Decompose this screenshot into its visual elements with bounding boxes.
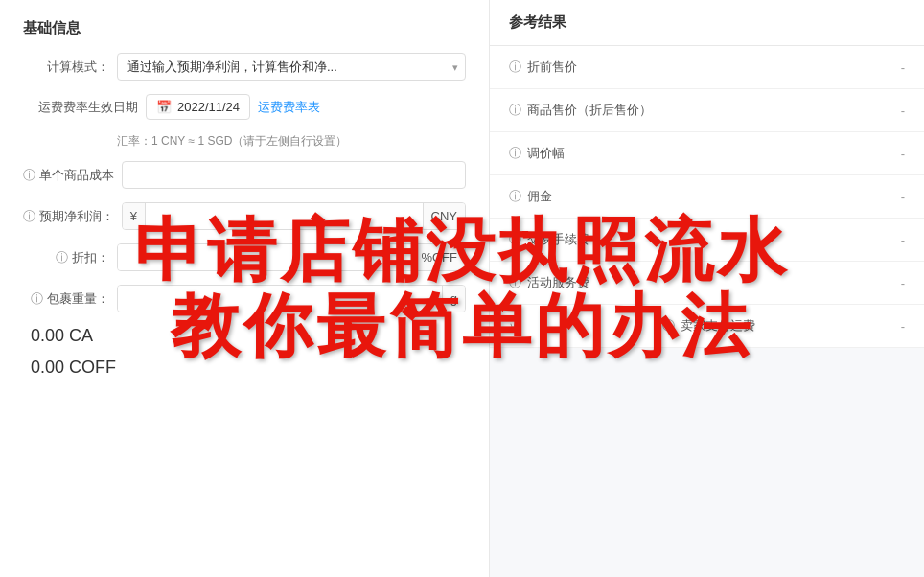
result-item: ⓘ商品售价（折后售价）- — [490, 89, 924, 132]
section-title: 基础信息 — [23, 19, 466, 37]
result-item-label: ⓘ交易手续费 — [509, 231, 589, 248]
weight-suffix: g — [442, 286, 465, 312]
result-item-label-text: 交易手续费 — [527, 231, 589, 248]
result-item-value: - — [901, 60, 905, 75]
discount-input-wrapper: %OFF — [117, 243, 466, 271]
date-value: 2022/11/24 — [177, 100, 240, 114]
question-icon: ⓘ — [509, 231, 521, 248]
right-panel-title: 参考结果 — [509, 13, 566, 30]
left-panel: 基础信息 计算模式： 通过输入预期净利润，计算售价和净... ▾ 运费费率生效日… — [0, 0, 489, 577]
profit-row: ⓘ 预期净利润： ¥ CNY — [23, 202, 466, 230]
right-header: 参考结果 — [490, 0, 924, 46]
profit-prefix: ¥ — [123, 203, 146, 229]
product-cost-row: ⓘ 单个商品成本 — [23, 161, 466, 189]
result-list: ⓘ折前售价-ⓘ商品售价（折后售价）-ⓘ调价幅-ⓘ佣金-ⓘ交易手续费-ⓘ活动服务费… — [490, 46, 924, 348]
weight-question-icon: ⓘ — [31, 291, 43, 306]
date-input[interactable]: 📅 2022/11/24 — [146, 94, 250, 120]
expand-icon[interactable]: ∨ — [509, 320, 517, 333]
result-item-value: - — [901, 233, 905, 247]
result-item: ⓘ活动服务费- — [490, 262, 924, 305]
weight-label: ⓘ 包裹重量： — [23, 290, 109, 308]
main-layout: 基础信息 计算模式： 通过输入预期净利润，计算售价和净... ▾ 运费费率生效日… — [0, 0, 924, 577]
calc-mode-select[interactable]: 通过输入预期净利润，计算售价和净... — [117, 53, 466, 81]
right-panel: 参考结果 ⓘ折前售价-ⓘ商品售价（折后售价）-ⓘ调价幅-ⓘ佣金-ⓘ交易手续费-ⓘ… — [489, 0, 924, 577]
result-item-label: ⓘ调价幅 — [509, 145, 565, 162]
discount-question-icon: ⓘ — [56, 250, 68, 265]
exchange-info: 汇率：1 CNY ≈ 1 SGD（请于左侧自行设置） — [23, 133, 466, 150]
result-item-label-text: 商品售价（折后售价） — [527, 102, 652, 119]
discount-label: ⓘ 折扣： — [23, 249, 109, 266]
result-item: ∨ⓘ卖家支付运费- — [490, 305, 924, 348]
product-cost-label: ⓘ 单个商品成本 — [23, 167, 114, 184]
weight-input-wrapper: g — [117, 285, 466, 312]
result-item-value: - — [901, 190, 905, 204]
product-cost-input[interactable] — [122, 161, 466, 189]
result-item-label-text: 折前售价 — [527, 58, 577, 76]
result-item-value: - — [901, 147, 905, 161]
result-item-value: - — [901, 276, 905, 290]
question-icon: ⓘ — [662, 317, 675, 335]
result-item-label-text: 佣金 — [527, 188, 552, 205]
result-item-value: - — [901, 319, 905, 334]
question-icon: ⓘ — [509, 274, 521, 291]
profit-suffix: CNY — [423, 203, 465, 229]
result-item: ⓘ折前售价- — [490, 46, 924, 89]
question-icon: ⓘ — [509, 188, 521, 205]
discount-input[interactable] — [118, 244, 412, 270]
result-item: ⓘ调价幅- — [490, 132, 924, 175]
result-item-label-text: 卖家支付运费 — [681, 317, 755, 335]
question-icon: ⓘ — [509, 58, 521, 76]
result-item-label-text: 活动服务费 — [527, 274, 589, 291]
discount-suffix: %OFF — [412, 244, 465, 270]
weight-input[interactable] — [118, 286, 442, 312]
question-icon: ⓘ — [509, 145, 521, 162]
calc-mode-select-wrapper: 通过输入预期净利润，计算售价和净... ▾ — [117, 53, 466, 81]
result-item-label-text: 调价幅 — [527, 145, 565, 162]
product-cost-question-icon: ⓘ — [23, 168, 35, 182]
calc-mode-row: 计算模式： 通过输入预期净利润，计算售价和净... ▾ — [23, 53, 466, 81]
discount-row: ⓘ 折扣： %OFF — [23, 243, 466, 271]
weight-row: ⓘ 包裹重量： g — [23, 285, 466, 312]
coff-value: 0.00 COFF — [31, 358, 466, 378]
result-item-value: - — [901, 104, 905, 118]
result-item: ⓘ佣金- — [490, 175, 924, 219]
result-item-label: ⓘ活动服务费 — [509, 274, 589, 291]
freight-date-row: 运费费率生效日期 📅 2022/11/24 运费费率表 — [23, 94, 466, 120]
profit-input[interactable] — [146, 203, 423, 229]
question-icon: ⓘ — [509, 102, 521, 119]
freight-rate-link[interactable]: 运费费率表 — [258, 99, 320, 116]
profit-label: ⓘ 预期净利润： — [23, 208, 114, 225]
ca-value: 0.00 CA — [31, 326, 466, 346]
result-item-label: ⓘ折前售价 — [509, 58, 577, 76]
freight-date-label: 运费费率生效日期 — [23, 99, 138, 116]
result-item-label: ⓘ佣金 — [509, 188, 552, 205]
result-item: ⓘ交易手续费- — [490, 219, 924, 262]
calc-mode-label: 计算模式： — [23, 58, 109, 76]
profit-question-icon: ⓘ — [23, 209, 35, 223]
result-item-label: ⓘ卖家支付运费 — [662, 317, 755, 335]
calendar-icon: 📅 — [156, 100, 172, 114]
result-item-label: ⓘ商品售价（折后售价） — [509, 102, 652, 119]
profit-input-wrapper: ¥ CNY — [122, 202, 466, 230]
